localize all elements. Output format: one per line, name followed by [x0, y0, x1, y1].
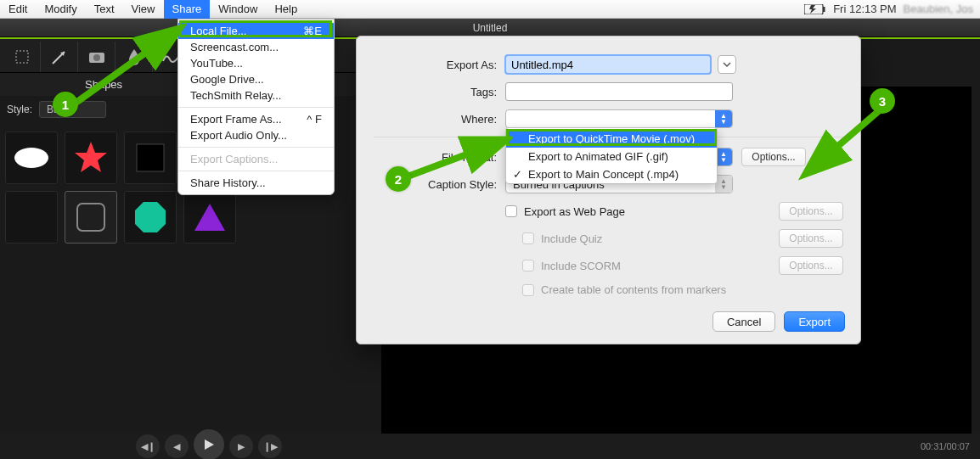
svg-marker-14 — [194, 204, 225, 231]
clock-text: Fri 12:13 PM — [833, 3, 896, 15]
share-export-captions: Export Captions... — [178, 151, 334, 167]
create-toc-label: Create table of contents from markers — [541, 283, 726, 296]
svg-marker-9 — [75, 142, 107, 172]
shape-rounded[interactable] — [65, 191, 117, 243]
create-toc-checkbox — [522, 284, 534, 296]
file-format-label: File format: — [374, 151, 505, 164]
shape-empty[interactable] — [5, 191, 58, 243]
tool-crop[interactable] — [3, 42, 41, 72]
step-fwd-button[interactable]: ❙▶ — [258, 434, 282, 458]
shape-star[interactable] — [65, 132, 117, 184]
play-button[interactable] — [194, 429, 224, 459]
web-options-button: Options... — [779, 202, 843, 221]
battery-icon — [804, 4, 826, 14]
include-scorm-checkbox — [522, 260, 534, 271]
export-web-checkbox[interactable] — [505, 205, 517, 217]
prev-button[interactable]: ◀ — [165, 434, 189, 458]
include-quiz-label: Include Quiz — [541, 232, 602, 245]
checkmark-icon: ✓ — [513, 168, 522, 181]
next-button[interactable]: ▶ — [229, 434, 253, 458]
menu-help[interactable]: Help — [266, 0, 306, 19]
scorm-options-button: Options... — [779, 256, 843, 275]
tags-input[interactable] — [505, 82, 733, 101]
format-option-gif[interactable]: Export to Animated GIF (.gif) — [506, 148, 717, 165]
format-option-mov[interactable]: Export to QuickTime Movie (.mov) — [506, 130, 717, 148]
where-label: Where: — [374, 113, 505, 126]
where-select[interactable]: ▲▼ — [505, 109, 733, 128]
share-export-frame[interactable]: Export Frame As...^ F — [178, 111, 334, 127]
export-dialog: Export As: Tags: Where: ▲▼ File format: … — [356, 36, 861, 344]
style-label: Style: — [7, 104, 32, 115]
share-youtube[interactable]: YouTube... — [178, 55, 334, 71]
share-history[interactable]: Share History... — [178, 175, 334, 191]
tags-label: Tags: — [374, 86, 505, 98]
tool-blur[interactable] — [115, 42, 153, 72]
shape-triangle[interactable] — [183, 191, 236, 243]
svg-rect-1 — [823, 7, 825, 12]
svg-point-8 — [14, 148, 48, 168]
tool-arrow[interactable] — [41, 42, 78, 72]
share-techsmith-relay[interactable]: TechSmith Relay... — [178, 87, 334, 104]
annotation-badge-1: 1 — [53, 92, 78, 117]
window-titlebar: Untitled — [0, 19, 980, 37]
filename-history-button[interactable] — [718, 55, 736, 74]
export-as-label: Export As: — [374, 59, 505, 71]
menu-share[interactable]: Share — [164, 0, 211, 19]
export-button[interactable]: Export — [784, 311, 845, 332]
shape-ellipse[interactable] — [5, 132, 58, 184]
annotation-badge-3: 3 — [870, 88, 895, 114]
share-menu: Local File...⌘E Screencast.com... YouTub… — [177, 19, 335, 195]
system-menubar: Edit Modify Text View Share Window Help … — [0, 0, 980, 19]
format-options-button[interactable]: Options... — [741, 148, 806, 166]
menu-view[interactable]: View — [123, 0, 164, 19]
svg-rect-10 — [137, 144, 164, 171]
share-export-audio[interactable]: Export Audio Only... — [178, 127, 334, 143]
svg-marker-15 — [205, 439, 214, 450]
export-as-input[interactable] — [505, 55, 711, 74]
quiz-options-button: Options... — [779, 229, 843, 248]
menu-edit[interactable]: Edit — [0, 0, 36, 19]
shape-rect-black[interactable] — [124, 132, 177, 184]
step-back-button[interactable]: ◀❙ — [136, 434, 160, 458]
file-format-dropdown: Export to MP4 (.mp4) Export to QuickTime… — [505, 127, 718, 184]
svg-point-7 — [93, 54, 100, 61]
chevron-down-icon — [723, 60, 731, 69]
document-title: Untitled — [473, 22, 508, 34]
playback-time: 00:31/00:07 — [921, 441, 970, 451]
share-local-file[interactable]: Local File...⌘E — [178, 23, 334, 39]
annotation-badge-2: 2 — [386, 166, 411, 192]
tool-camera[interactable] — [78, 42, 115, 72]
svg-rect-12 — [77, 204, 104, 231]
menu-window[interactable]: Window — [210, 0, 266, 19]
include-scorm-label: Include SCORM — [541, 260, 621, 272]
svg-rect-3 — [16, 51, 28, 63]
menu-modify[interactable]: Modify — [36, 0, 85, 19]
cancel-button[interactable]: Cancel — [712, 311, 775, 332]
user-name: Beaubien, Jos — [904, 3, 973, 15]
playback-bar: ◀❙ ◀ ▶ ❙▶ 00:31/00:07 — [0, 434, 980, 459]
share-googledrive[interactable]: Google Drive... — [178, 71, 334, 87]
format-option-mainconcept[interactable]: ✓Export to Main Concept (.mp4) — [506, 165, 717, 183]
include-quiz-checkbox — [522, 232, 534, 244]
share-screencast[interactable]: Screencast.com... — [178, 39, 334, 55]
svg-marker-13 — [135, 202, 166, 232]
shape-octagon[interactable] — [124, 191, 177, 243]
svg-marker-2 — [809, 5, 816, 14]
export-web-label: Export as Web Page — [524, 205, 625, 218]
menu-text[interactable]: Text — [86, 0, 123, 19]
